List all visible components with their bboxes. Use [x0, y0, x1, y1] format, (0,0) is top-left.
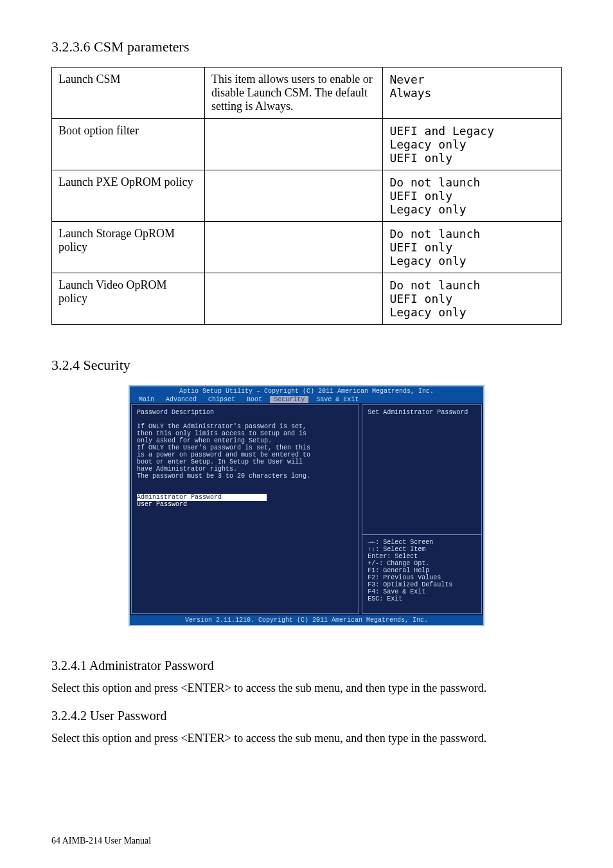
bios-help-key: →←: Select Screen	[368, 539, 476, 546]
bios-help-key: ESC: Exit	[368, 595, 476, 602]
bios-desc-line: have Administrator rights.	[137, 466, 353, 473]
cell: Do not launch UEFI only Legacy only	[389, 176, 555, 216]
bios-help-key: F2: Previous Values	[368, 574, 476, 581]
table-row: Launch Video OpROM policy Do not launch …	[52, 273, 562, 325]
page-footer-text: 64 AIMB-214 User Manual	[51, 836, 151, 846]
bios-desc-line: is a power on password and must be enter…	[137, 451, 353, 458]
table-row: Launch CSM This item allows users to ena…	[52, 68, 562, 119]
section-body-user-password: Select this option and press <ENTER> to …	[51, 730, 562, 747]
bios-left-pane: Password Description If ONLY the Adminis…	[131, 404, 359, 614]
cell: Launch PXE OpROM policy	[58, 176, 193, 188]
bios-desc-line: then this only limits access to Setup an…	[137, 430, 353, 437]
section-heading-security: 3.2.4 Security	[51, 357, 562, 374]
bios-footerbar: Version 2.11.1210. Copyright (C) 2011 Am…	[130, 615, 483, 625]
table-row: Boot option filter UEFI and Legacy Legac…	[52, 119, 562, 170]
cell: Launch Storage OpROM policy	[58, 227, 175, 253]
bios-desc-line: The password must be 3 to 20 characters …	[137, 473, 353, 480]
bios-tab-saveexit[interactable]: Save & Exit	[312, 396, 362, 403]
bios-tab-main[interactable]: Main	[135, 396, 158, 403]
bios-item-user-password[interactable]: User Password	[137, 501, 353, 508]
bios-desc-line: If ONLY the Administrator's password is …	[137, 423, 353, 430]
bios-titlebar: Aptio Setup Utility – Copyright (C) 2011…	[130, 386, 483, 396]
bios-help-key: +/-: Change Opt.	[368, 560, 476, 567]
bios-screenshot: Aptio Setup Utility – Copyright (C) 2011…	[129, 385, 484, 626]
bios-item-admin-password[interactable]: Administrator Password	[137, 494, 267, 501]
bios-help-key: F4: Save & Exit	[368, 588, 476, 595]
page-footer: 64 AIMB-214 User Manual	[51, 836, 562, 846]
bios-desc-line: boot or enter Setup. In Setup the User w…	[137, 458, 353, 466]
bios-divider	[362, 534, 481, 535]
bios-tab-chipset[interactable]: Chipset	[204, 396, 239, 403]
bios-help-key: Enter: Select	[368, 553, 476, 560]
cell: Boot option filter	[58, 124, 139, 137]
cell: Do not launch UEFI only Legacy only	[389, 227, 555, 267]
cell: Never Always	[389, 73, 555, 100]
section-heading-csm: 3.2.3.6 CSM parameters	[51, 39, 562, 55]
bios-right-pane: Set Administrator Password →←: Select Sc…	[362, 404, 482, 614]
csm-table: Launch CSM This item allows users to ena…	[51, 67, 562, 325]
bios-tabbar: Main Advanced Chipset Boot Security Save…	[130, 396, 483, 403]
cell: UEFI and Legacy Legacy only UEFI only	[389, 124, 555, 165]
table-row: Launch Storage OpROM policy Do not launc…	[52, 222, 562, 273]
bios-desc-line: If ONLY the User's password is set, then…	[137, 444, 353, 451]
bios-desc-title: Password Description	[137, 409, 353, 416]
bios-help-key: F3: Optimized Defaults	[368, 581, 476, 588]
cell: This item allows users to enable or disa…	[211, 73, 373, 113]
section-heading-user-password: 3.2.4.2 User Password	[51, 709, 562, 723]
table-row: Launch PXE OpROM policy Do not launch UE…	[52, 170, 562, 222]
cell: Launch CSM	[58, 73, 121, 86]
bios-tab-security[interactable]: Security	[270, 396, 308, 403]
bios-tab-boot[interactable]: Boot	[243, 396, 266, 403]
section-body-admin-password: Select this option and press <ENTER> to …	[51, 680, 562, 697]
section-heading-admin-password: 3.2.4.1 Administrator Password	[51, 658, 562, 673]
page: 3.2.3.6 CSM parameters Launch CSM This i…	[0, 0, 613, 868]
cell: Do not launch UEFI only Legacy only	[389, 278, 555, 319]
bios-help-key: ↑↓: Select Item	[368, 546, 476, 553]
bios-help-key: F1: General Help	[368, 567, 476, 574]
bios-tab-advanced[interactable]: Advanced	[162, 396, 200, 403]
bios-desc-line: only asked for when entering Setup.	[137, 437, 353, 444]
cell: Launch Video OpROM policy	[58, 278, 167, 305]
bios-help-top: Set Administrator Password	[368, 409, 476, 530]
bios-body: Password Description If ONLY the Adminis…	[130, 403, 483, 615]
